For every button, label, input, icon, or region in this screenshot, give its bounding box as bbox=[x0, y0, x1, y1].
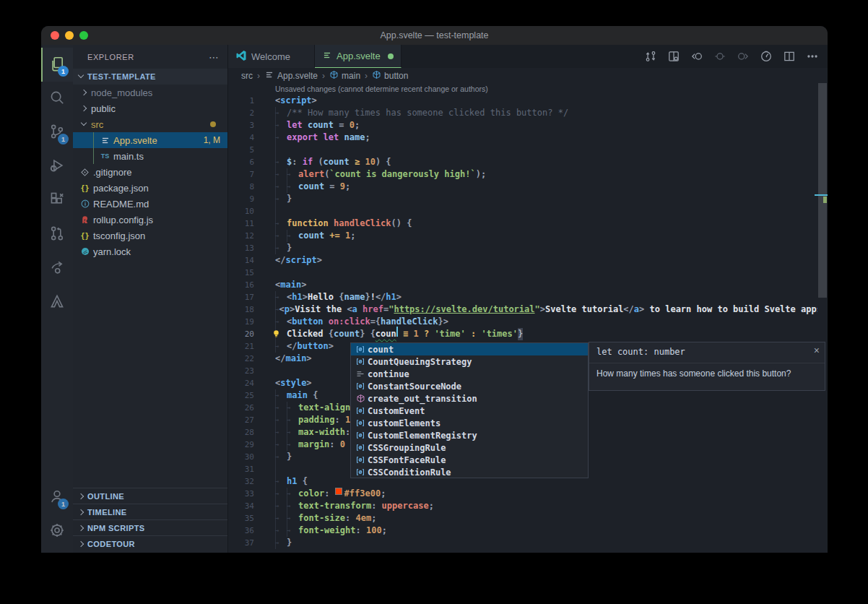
activity-item-accounts[interactable]: 1 bbox=[41, 480, 73, 514]
code-line-6[interactable]: 6→$: if (count ≥ 10) { bbox=[228, 156, 817, 168]
ts-file-icon: TS bbox=[99, 150, 111, 162]
code-line-18[interactable]: 18→<p>Visit the <a href="https://svelte.… bbox=[228, 303, 817, 316]
suggestion-customevent[interactable]: CustomEvent bbox=[351, 405, 588, 417]
tab-app-svelte[interactable]: App.svelte bbox=[315, 45, 402, 68]
circle-icon[interactable] bbox=[711, 48, 729, 65]
more-actions-icon[interactable]: ⋯ bbox=[209, 51, 219, 63]
tab-welcome[interactable]: Welcome bbox=[228, 45, 315, 68]
close-icon[interactable]: × bbox=[814, 345, 820, 356]
indent-guide bbox=[93, 148, 94, 164]
color-swatch[interactable] bbox=[335, 488, 342, 495]
code-line-11[interactable]: 11→function handleClick() { bbox=[228, 217, 817, 230]
file-item-rollup-config-js[interactable]: rollup.config.js bbox=[73, 212, 227, 228]
activity-item-source-control[interactable]: 1 bbox=[41, 116, 73, 150]
compare-changes-icon[interactable] bbox=[641, 48, 660, 65]
breadcrumb-separator: › bbox=[257, 71, 260, 81]
code-line-12[interactable]: 12→→count += 1; bbox=[228, 230, 817, 242]
suggestion-cssconditionrule[interactable]: CSSConditionRule bbox=[351, 466, 588, 478]
breadcrumb-item-button[interactable]: button bbox=[372, 70, 408, 82]
suggestion-countqueuingstrategy[interactable]: CountQueuingStrategy bbox=[351, 355, 588, 368]
line-number: 11 bbox=[228, 217, 254, 230]
suggestion-count[interactable]: count bbox=[351, 343, 588, 355]
sidebar-section-npm-scripts[interactable]: NPM SCRIPTS bbox=[73, 519, 227, 535]
file-item-readme-md[interactable]: README.md bbox=[73, 196, 227, 212]
file-item-yarn-lock[interactable]: yarn.lock bbox=[73, 243, 227, 259]
code-line-3[interactable]: 3→let count = 0; bbox=[228, 119, 817, 131]
file-item-node-modules[interactable]: node_modules bbox=[73, 85, 227, 100]
code-line-8[interactable]: 8→→count = 9; bbox=[228, 181, 817, 193]
code-line-37[interactable]: 37→} bbox=[228, 537, 817, 549]
suggestion-continue[interactable]: continue bbox=[351, 368, 588, 380]
activity-item-extensions[interactable] bbox=[41, 184, 73, 217]
breadcrumb: src›App.svelte›main›button bbox=[228, 68, 828, 83]
file-label: rollup.config.js bbox=[93, 215, 153, 225]
activity-item-explorer[interactable]: 1 bbox=[41, 48, 73, 82]
code-line-35[interactable]: 35→→font-size: 4em; bbox=[228, 512, 817, 525]
code-line-9[interactable]: 9→} bbox=[228, 193, 817, 205]
file-item-public[interactable]: public bbox=[73, 100, 227, 116]
code-line-36[interactable]: 36→→font-weight: 100; bbox=[228, 525, 817, 537]
tree-root-test-template[interactable]: TEST-TEMPLATE bbox=[73, 69, 227, 85]
code-line-2[interactable]: 2→/** How many times has someone clicked… bbox=[228, 107, 817, 119]
minimize-window-button[interactable] bbox=[65, 31, 74, 40]
line-number: 1 bbox=[228, 95, 254, 107]
activity-item-azure[interactable] bbox=[41, 285, 73, 319]
code-line-20[interactable]: 20→Clicked {count} {coun ≡ 1 ? 'time' : … bbox=[228, 328, 817, 340]
file-item-src[interactable]: src bbox=[73, 116, 227, 132]
code-line-17[interactable]: 17→<h1>Hello {name}!</h1> bbox=[228, 291, 817, 303]
activity-item-search[interactable] bbox=[41, 82, 73, 116]
suggestion-cssfontfacerule[interactable]: CSSFontFaceRule bbox=[351, 454, 588, 466]
sidebar-section-outline[interactable]: OUTLINE bbox=[73, 488, 227, 504]
scrollbar-thumb[interactable] bbox=[818, 83, 827, 298]
zoom-window-button[interactable] bbox=[79, 31, 88, 40]
git-file-icon bbox=[79, 166, 91, 178]
code-line-10[interactable]: 10 bbox=[228, 205, 817, 217]
code-editor[interactable]: Unsaved changes (cannot determine recent… bbox=[228, 83, 817, 553]
open-preview-icon[interactable] bbox=[664, 48, 683, 65]
navigate-forward-icon[interactable] bbox=[734, 48, 752, 65]
code-line-16[interactable]: 16<main> bbox=[228, 279, 817, 291]
file-item-app-svelte[interactable]: App.svelte1, M bbox=[73, 132, 227, 148]
close-window-button[interactable] bbox=[51, 31, 59, 40]
code-line-34[interactable]: 34→→text-transform: uppercase; bbox=[228, 500, 817, 512]
search-icon bbox=[49, 90, 65, 108]
codelens-annotation[interactable]: Unsaved changes (cannot determine recent… bbox=[228, 83, 817, 95]
file-item-package-json[interactable]: {}package.json bbox=[73, 180, 227, 196]
code-line-4[interactable]: 4→export let name; bbox=[228, 131, 817, 144]
suggestion-create_out_transition[interactable]: create_out_transition bbox=[351, 392, 588, 405]
suggestion-customelementregistry[interactable]: CustomElementRegistry bbox=[351, 429, 588, 441]
code-line-7[interactable]: 7→→alert(`count is dangerously high!`); bbox=[228, 168, 817, 181]
sidebar-section-codetour[interactable]: CODETOUR bbox=[73, 535, 227, 551]
code-line-13[interactable]: 13→} bbox=[228, 242, 817, 254]
file-item--gitignore[interactable]: .gitignore bbox=[73, 164, 227, 180]
suggestion-constantsourcenode[interactable]: ConstantSourceNode bbox=[351, 380, 588, 392]
activity-item-settings[interactable] bbox=[41, 514, 73, 548]
file-label: package.json bbox=[93, 183, 149, 194]
code-line-1[interactable]: 1<script> bbox=[228, 95, 817, 107]
code-line-14[interactable]: 14</script> bbox=[228, 254, 817, 267]
breadcrumb-item-app-svelte[interactable]: App.svelte bbox=[264, 70, 318, 82]
run-timer-icon[interactable] bbox=[757, 48, 776, 65]
activity-item-run-debug[interactable] bbox=[41, 150, 73, 184]
activity-item-github-pull-request[interactable] bbox=[41, 217, 73, 251]
breadcrumb-item-main[interactable]: main bbox=[329, 70, 360, 82]
code-line-19[interactable]: 19→<button on:click={handleClick}> bbox=[228, 316, 817, 328]
more-actions-icon[interactable] bbox=[803, 48, 822, 65]
run-debug-icon bbox=[49, 158, 65, 176]
split-editor-icon[interactable] bbox=[780, 48, 799, 65]
code-line-33[interactable]: 33→→color: #ff3e00; bbox=[228, 488, 817, 500]
navigate-back-icon[interactable] bbox=[687, 48, 706, 65]
code-line-5[interactable]: 5 bbox=[228, 144, 817, 156]
activity-item-live-share[interactable] bbox=[41, 251, 73, 285]
file-item-tsconfig-json[interactable]: {}tsconfig.json bbox=[73, 228, 227, 243]
file-item-main-ts[interactable]: TSmain.ts bbox=[73, 148, 227, 164]
sidebar-section-timeline[interactable]: TIMELINE bbox=[73, 504, 227, 519]
symbol-variable-icon bbox=[353, 381, 368, 391]
file-label: tsconfig.json bbox=[93, 230, 145, 241]
suggestion-customelements[interactable]: customElements bbox=[351, 417, 588, 429]
breadcrumb-item-src[interactable]: src bbox=[241, 71, 253, 81]
suggest-details-widget: let count: number How many times has som… bbox=[589, 342, 825, 391]
code-line-15[interactable]: 15 bbox=[228, 267, 817, 279]
overview-ruler-cursor-marker bbox=[815, 194, 828, 196]
suggestion-cssgroupingrule[interactable]: CSSGroupingRule bbox=[351, 441, 588, 454]
